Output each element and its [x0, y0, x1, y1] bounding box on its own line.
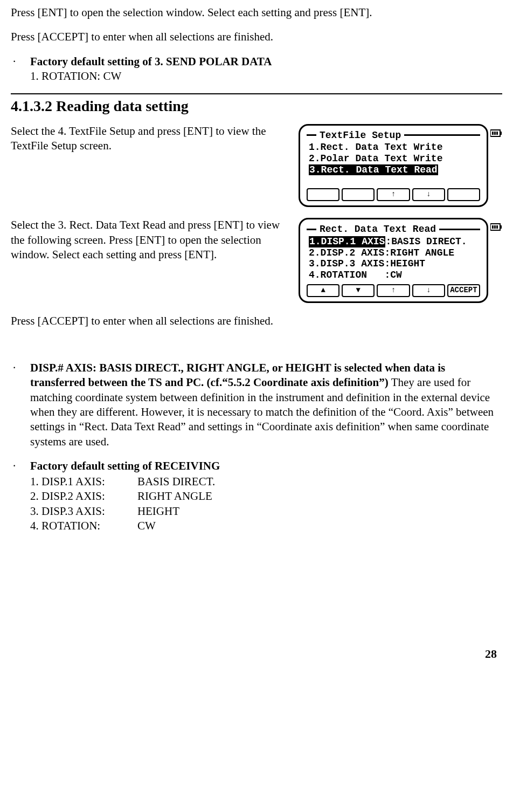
bullet-item: · DISP.# AXIS: BASIS DIRECT., RIGHT ANGL… — [11, 361, 502, 449]
paragraph: Press [ACCEPT] to enter when all selecti… — [11, 30, 502, 44]
kv-val: HEIGHT — [137, 504, 215, 519]
lcd-screen-rect-data-read: Rect. Data Text Read 1.DISP.1 AXIS:BASIS… — [299, 218, 488, 302]
svg-rect-3 — [494, 132, 496, 135]
paragraph: Press [ACCEPT] to enter when all selecti… — [11, 314, 502, 328]
svg-rect-4 — [496, 132, 498, 135]
svg-rect-2 — [492, 132, 494, 135]
lcd-screen-textfile-setup: TextFile Setup 1.Rect. Data Text Write 2… — [299, 124, 488, 208]
svg-rect-6 — [500, 225, 502, 229]
softkey-row: ↑ ↓ — [306, 188, 481, 201]
menu-item: 2.DISP.2 AXIS:RIGHT ANGLE — [306, 247, 481, 259]
kv-key: 2. DISP.2 AXIS: — [30, 489, 137, 504]
kv-val: BASIS DIRECT. — [137, 474, 215, 489]
menu-item: 2.Polar Data Text Write — [306, 153, 481, 164]
kv-key: 3. DISP.3 AXIS: — [30, 504, 137, 519]
menu-item-selected: 3.Rect. Data Text Read — [306, 164, 481, 176]
kv-key: 1. DISP.1 AXIS: — [30, 474, 137, 489]
softkey — [307, 188, 339, 201]
battery-icon — [490, 223, 502, 231]
paragraph: Select the 4. TextFile Setup and press [… — [11, 124, 290, 154]
section-heading: 4.1.3.2 Reading data setting — [11, 97, 502, 116]
softkey-down-filled-icon: ▼ — [342, 284, 375, 297]
kv-table: 1. DISP.1 AXIS:BASIS DIRECT. 2. DISP.2 A… — [30, 474, 215, 533]
bullet-title: Factory default setting of 3. SEND POLAR… — [30, 55, 272, 68]
softkey-down-icon: ↓ — [412, 188, 445, 201]
softkey-down-icon: ↓ — [412, 284, 445, 297]
softkey-up-filled-icon: ▲ — [307, 284, 339, 297]
bullet-line: 1. ROTATION: CW — [30, 69, 502, 84]
menu-item: 1.Rect. Data Text Write — [306, 142, 481, 153]
softkey-up-icon: ↑ — [377, 284, 410, 297]
svg-rect-8 — [494, 225, 496, 229]
lcd-title: Rect. Data Text Read — [320, 224, 436, 235]
bullet-item: · Factory default setting of 3. SEND POL… — [11, 54, 502, 84]
softkey — [447, 188, 480, 201]
bullet-item: · Factory default setting of RECEIVING 1… — [11, 459, 502, 533]
svg-rect-7 — [492, 225, 494, 229]
battery-icon — [490, 129, 502, 137]
bullet-dot: · — [11, 459, 30, 533]
svg-rect-1 — [500, 132, 502, 135]
paragraph: Press [ENT] to open the selection window… — [11, 5, 502, 20]
lcd-title: TextFile Setup — [320, 130, 401, 141]
svg-rect-9 — [496, 225, 498, 229]
menu-item: 4.ROTATION :CW — [306, 270, 481, 281]
softkey-up-icon: ↑ — [377, 188, 410, 201]
kv-val: RIGHT ANGLE — [137, 489, 215, 504]
menu-item-selected: 1.DISP.1 AXIS:BASIS DIRECT. — [306, 236, 481, 247]
section-divider — [11, 93, 502, 94]
kv-key: 4. ROTATION: — [30, 519, 137, 533]
bullet-title: DISP.# AXIS: BASIS DIRECT., RIGHT ANGLE,… — [30, 361, 445, 389]
bullet-dot: · — [11, 361, 30, 449]
softkey-row: ▲ ▼ ↑ ↓ ACCEPT — [306, 284, 481, 297]
softkey — [342, 188, 375, 201]
menu-item: 3.DISP.3 AXIS:HEIGHT — [306, 258, 481, 270]
paragraph: Select the 3. Rect. Data Text Read and p… — [11, 218, 290, 262]
kv-val: CW — [137, 519, 215, 533]
bullet-title: Factory default setting of RECEIVING — [30, 459, 220, 472]
softkey-accept: ACCEPT — [447, 284, 480, 297]
bullet-dot: · — [11, 54, 30, 84]
page-number: 28 — [11, 646, 502, 662]
